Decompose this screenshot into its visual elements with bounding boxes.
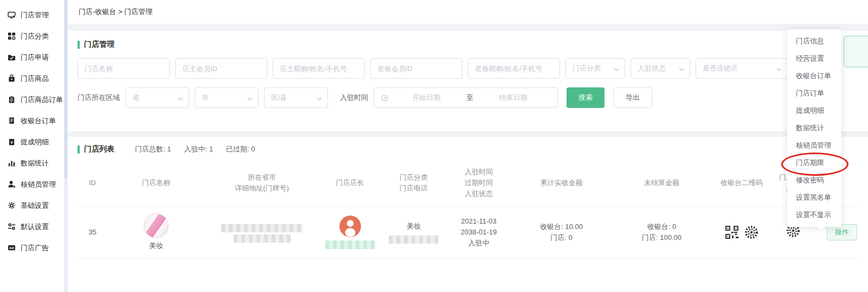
menu-item-set-hidden[interactable]: 设置不显示	[787, 206, 841, 224]
title-accent-bar	[78, 41, 80, 49]
sidebar-item-apply[interactable]: 门店申请	[0, 47, 64, 68]
filter-row-1: 门店分类 入驻状态 是否连锁店	[78, 58, 858, 79]
sidebar-item-commission[interactable]: ¥ 提成明细	[0, 131, 64, 153]
chain-store-select[interactable]: 是否连锁店	[696, 58, 788, 79]
sidebar-item-label: 收银台订单	[21, 116, 56, 126]
export-button[interactable]: 导出	[613, 87, 652, 108]
sidebar-item-goods-order[interactable]: 门店商品订单	[0, 89, 64, 110]
store-table: ID 门店名称 所在省市详细地址(门牌号) 门店店长 门店分类门店电话 入驻时间…	[78, 160, 858, 258]
district-select[interactable]: 区/县	[264, 87, 328, 108]
default-settings-icon	[7, 223, 16, 231]
chevron-down-icon	[776, 65, 782, 73]
column-header-store-name: 门店名称	[107, 177, 205, 188]
menu-item-commission-detail[interactable]: 提成明细	[787, 102, 841, 119]
stat-total: 门店总数: 1	[135, 144, 171, 154]
date-range-separator: 至	[464, 93, 475, 103]
sidebar-item-cashier-order[interactable]: 收银台订单	[0, 110, 64, 131]
stats-icon	[7, 159, 16, 168]
column-header-id: ID	[78, 177, 107, 188]
menu-item-store-term[interactable]: 门店期限	[787, 154, 841, 172]
sidebar: 门店管理 门店分类 门店申请 门店商品 门店商品订单 收银台订单 ¥ 提成明细 …	[0, 0, 64, 292]
column-header-cashier-qr: 收银台二维码	[712, 177, 771, 188]
boss-member-id-input[interactable]	[370, 58, 462, 79]
category-icon	[7, 32, 16, 41]
sidebar-item-goods[interactable]: 门店商品	[0, 68, 64, 89]
menu-item-business-settings[interactable]: 经营设置	[787, 50, 841, 67]
select-placeholder: 市	[202, 93, 209, 103]
title-accent-bar	[78, 145, 80, 154]
main-content: 门店-收银台 > 门店管理 门店管理 门店分类 入驻状态 是否连锁店	[68, 0, 868, 292]
sidebar-item-category[interactable]: 门店分类	[0, 26, 64, 47]
city-select[interactable]: 市	[195, 87, 259, 108]
sidebar-item-default-settings[interactable]: 默认设置	[0, 216, 64, 237]
clock-icon	[381, 94, 389, 102]
sidebar-item-label: 核销员管理	[21, 180, 56, 189]
column-header-received-amount: 累计实收金额	[511, 177, 612, 188]
sidebar-item-label: 门店商品	[21, 74, 49, 84]
date-range-picker[interactable]: 开始日期 至 结束日期	[374, 87, 558, 108]
sidebar-item-label: 门店申请	[21, 53, 49, 62]
sidebar-item-label: 基础设置	[21, 201, 49, 211]
menu-item-store-info[interactable]: 门店信息	[787, 33, 841, 50]
add-store-button[interactable]	[844, 36, 868, 67]
blurred-address-line2	[234, 234, 291, 243]
table-header: ID 门店名称 所在省市详细地址(门牌号) 门店店长 门店分类门店电话 入驻时间…	[78, 160, 858, 206]
store-list-panel: 门店列表 门店总数: 1 入驻中: 1 已过期: 0 ID 门店名称 所在省市详…	[68, 137, 868, 292]
menu-item-cashier-orders[interactable]: 收银台订单	[787, 67, 841, 85]
filter-row-2: 门店所在区域 省 市 区/县 入驻时间 开始日期 至 结束日期 搜索 导出	[78, 87, 858, 108]
select-placeholder: 是否连锁店	[703, 64, 738, 73]
row-received-amount: 收银台: 10.00 门店: 0	[511, 221, 612, 243]
qr-code-icon[interactable]	[725, 225, 739, 239]
sidebar-item-label: 门店广告	[21, 243, 49, 253]
store-name-text: 美妆	[149, 240, 163, 251]
store-category-select[interactable]: 门店分类	[565, 58, 625, 79]
store-name-input[interactable]	[78, 58, 170, 79]
sidebar-scrollbar-thumb[interactable]	[65, 0, 67, 179]
row-join-time: 2021-11-03	[446, 216, 511, 227]
row-category: 美妆	[381, 221, 446, 232]
goods-order-icon	[7, 96, 16, 104]
apply-icon	[7, 53, 16, 62]
list-title-row: 门店列表 门店总数: 1 入驻中: 1 已过期: 0	[78, 144, 858, 154]
owner-info-input[interactable]	[273, 58, 365, 79]
column-header-category-phone: 门店分类门店电话	[381, 172, 446, 194]
row-category-phone: 美妆	[381, 221, 446, 244]
cashier-order-icon	[7, 117, 16, 125]
sidebar-item-label: 默认设置	[21, 222, 49, 232]
round-code-icon[interactable]	[744, 225, 758, 239]
entry-status-select[interactable]: 入驻状态	[631, 58, 690, 79]
sidebar-item-stats[interactable]: 数据统计	[0, 153, 64, 174]
menu-item-verifier-manage[interactable]: 核销员管理	[787, 137, 841, 154]
row-status: 入驻中	[446, 238, 511, 249]
sidebar-item-store-manage[interactable]: 门店管理	[0, 4, 64, 26]
column-header-address: 所在省市详细地址(门牌号)	[205, 172, 319, 194]
sidebar-item-ad[interactable]: AD 门店广告	[0, 237, 64, 258]
sidebar-item-label: 提成明细	[21, 137, 49, 147]
panel-title-row: 门店管理	[78, 40, 858, 49]
search-button[interactable]: 搜索	[567, 87, 605, 108]
menu-item-store-orders[interactable]: 门店订单	[787, 85, 841, 102]
select-placeholder: 省	[132, 93, 139, 103]
column-header-manager: 门店店长	[319, 177, 381, 188]
received-store: 门店: 0	[511, 232, 612, 243]
unsettled-store: 门店: 100.00	[612, 232, 712, 243]
start-date-input[interactable]: 开始日期	[389, 93, 464, 103]
blurred-manager-name	[325, 240, 375, 249]
end-date-input[interactable]: 结束日期	[475, 93, 551, 103]
ad-icon: AD	[7, 244, 16, 252]
menu-item-set-blacklist[interactable]: 设置黑名单	[787, 189, 841, 206]
sidebar-item-verifier[interactable]: 核销员管理	[0, 174, 64, 195]
sidebar-item-settings[interactable]: 基础设置	[0, 195, 64, 216]
breadcrumb: 门店-收银台 > 门店管理	[68, 0, 868, 24]
settings-icon	[7, 201, 16, 210]
owner-member-id-input[interactable]	[175, 58, 267, 79]
received-cashier: 收银台: 10.00	[511, 221, 612, 232]
menu-item-data-stats[interactable]: 数据统计	[787, 119, 841, 137]
province-select[interactable]: 省	[125, 87, 189, 108]
boss-info-input[interactable]	[468, 58, 560, 79]
row-entry-time: 2021-11-03 2038-01-19 入驻中	[446, 216, 511, 249]
svg-text:AD: AD	[9, 246, 14, 250]
goods-icon	[7, 74, 16, 83]
stat-active: 入驻中: 1	[184, 144, 213, 154]
menu-item-change-password[interactable]: 修改密码	[787, 172, 841, 189]
